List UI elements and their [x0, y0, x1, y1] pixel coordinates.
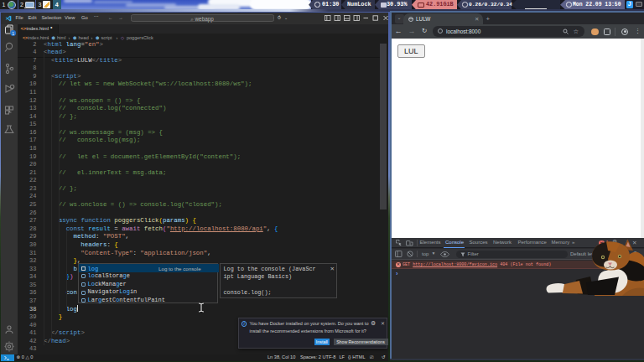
- svg-text:1: 1: [12, 30, 14, 35]
